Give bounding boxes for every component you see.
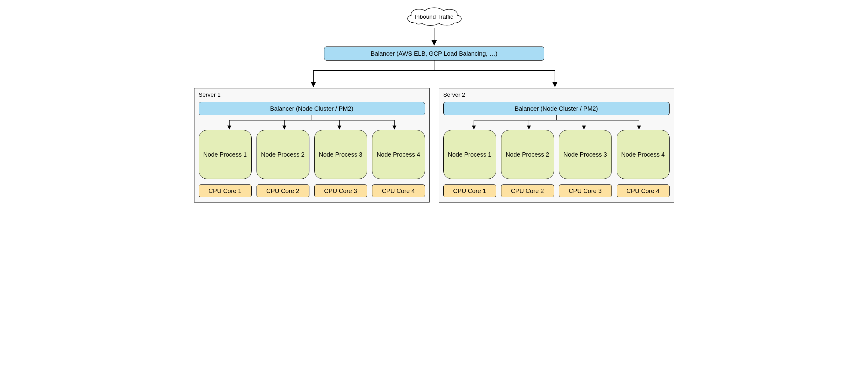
- server-2-process-2: Node Process 2: [501, 130, 554, 179]
- server-1-process-2: Node Process 2: [256, 130, 309, 179]
- server-1-core-1: CPU Core 1: [199, 184, 252, 197]
- server-1-core-2: CPU Core 2: [256, 184, 309, 197]
- server-2-process-1: Node Process 1: [443, 130, 496, 179]
- top-load-balancer: Balancer (AWS ELB, GCP Load Balancing, ……: [324, 47, 544, 61]
- server-2-core-2: CPU Core 2: [501, 184, 554, 197]
- server-2-title: Server 2: [443, 91, 670, 98]
- server-2-core-3: CPU Core 3: [559, 184, 612, 197]
- cloud-label: Inbound Traffic: [402, 6, 466, 28]
- fanout-connector-icon: [446, 115, 666, 130]
- server-1-process-4: Node Process 4: [372, 130, 425, 179]
- server-1-core-4: CPU Core 4: [372, 184, 425, 197]
- server-1-panel: Server 1 Balancer (Node Cluster / PM2): [194, 88, 430, 203]
- server-1-core-3: CPU Core 3: [314, 184, 367, 197]
- server-1-balancer: Balancer (Node Cluster / PM2): [199, 102, 425, 115]
- server-1-title: Server 1: [199, 91, 425, 98]
- arrow-down-icon: [431, 28, 437, 47]
- server-2-core-1: CPU Core 1: [443, 184, 496, 197]
- server-2-core-4: CPU Core 4: [617, 184, 670, 197]
- split-connector-icon: [194, 61, 674, 88]
- server-1-process-1: Node Process 1: [199, 130, 252, 179]
- fanout-connector-icon: [202, 115, 422, 130]
- server-2-balancer: Balancer (Node Cluster / PM2): [443, 102, 670, 115]
- server-2-process-3: Node Process 3: [559, 130, 612, 179]
- architecture-diagram: Inbound Traffic Balancer (AWS ELB, GCP L…: [194, 6, 674, 203]
- server-2-process-4: Node Process 4: [617, 130, 670, 179]
- server-1-process-3: Node Process 3: [314, 130, 367, 179]
- inbound-traffic-cloud: Inbound Traffic: [402, 6, 466, 28]
- server-2-panel: Server 2 Balancer (Node Cluster / PM2): [439, 88, 674, 203]
